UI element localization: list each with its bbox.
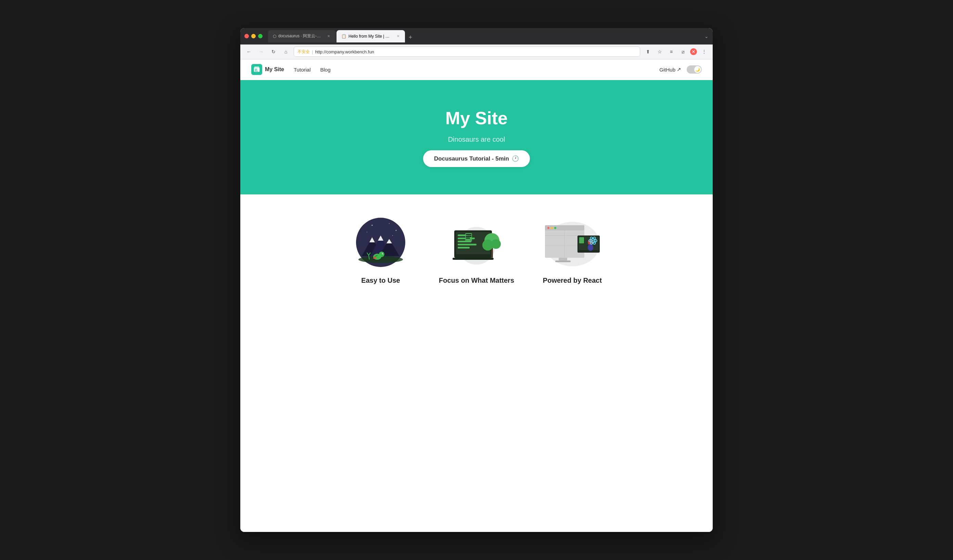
hero-section: My Site Dinosaurs are cool Docusaurus Tu… <box>240 80 713 194</box>
svg-point-20 <box>379 251 385 257</box>
svg-point-22 <box>383 253 383 254</box>
refresh-button[interactable]: ↻ <box>269 47 278 56</box>
feature-illustration-focus <box>442 215 511 270</box>
svg-point-10 <box>366 232 367 233</box>
close-traffic-light[interactable] <box>244 34 249 38</box>
site-name: My Site <box>265 67 284 73</box>
traffic-lights <box>244 34 262 38</box>
github-label: GitHub <box>659 67 675 73</box>
maximize-traffic-light[interactable] <box>258 34 262 38</box>
svg-point-8 <box>389 223 390 224</box>
tutorial-button[interactable]: Docusaurus Tutorial - 5min 🕐 <box>423 150 530 167</box>
tab-mysite[interactable]: 📋 Hello from My Site | My Site ✕ <box>337 30 405 42</box>
svg-point-48 <box>547 227 549 229</box>
svg-point-7 <box>372 225 373 226</box>
svg-rect-4 <box>255 70 257 70</box>
svg-point-49 <box>551 227 553 229</box>
back-button[interactable]: ← <box>244 47 253 56</box>
nav-tutorial[interactable]: Tutorial <box>294 67 310 73</box>
docusaurus-tab-icon: ⬡ <box>273 34 276 39</box>
svg-rect-58 <box>579 237 584 244</box>
feature-card-react: Powered by React <box>535 215 610 284</box>
security-warning: 不安全 <box>298 49 310 55</box>
features-section: Easy to Use <box>240 194 713 291</box>
svg-point-9 <box>396 230 397 231</box>
tutorial-button-label: Docusaurus Tutorial - 5min <box>434 155 509 162</box>
new-tab-button[interactable]: + <box>406 33 415 42</box>
svg-rect-34 <box>458 244 476 245</box>
svg-rect-54 <box>559 258 567 261</box>
browser-window: ⬡ docusaurus · 阿里云-云开发平... ✕ 📋 Hello fro… <box>240 28 713 532</box>
svg-rect-5 <box>255 71 258 71</box>
browser-close-button[interactable]: ✕ <box>690 48 697 55</box>
svg-rect-44 <box>453 258 494 260</box>
svg-point-11 <box>392 235 393 236</box>
site-nav-right: GitHub ↗ 🌙 <box>659 65 702 74</box>
feature-title-focus: Focus on What Matters <box>439 276 514 284</box>
dark-mode-toggle[interactable]: 🌙 <box>687 65 702 74</box>
easy-to-use-svg <box>348 215 413 270</box>
svg-point-43 <box>491 239 501 249</box>
feature-illustration-easy <box>346 215 415 270</box>
mysite-tab-label: Hello from My Site | My Site <box>348 34 393 39</box>
hero-title: My Site <box>445 107 508 129</box>
focus-svg <box>444 215 509 270</box>
mysite-tab-close[interactable]: ✕ <box>396 34 400 39</box>
mysite-tab-icon: 📋 <box>341 34 346 39</box>
extensions-icon[interactable]: ⧄ <box>678 47 688 56</box>
logo-svg <box>253 66 261 73</box>
url-bar[interactable]: 不安全 | http://company.workbench.fun <box>294 47 640 57</box>
page-content: My Site Tutorial Blog GitHub ↗ 🌙 My Site… <box>240 60 713 532</box>
feature-illustration-react <box>538 215 607 270</box>
svg-rect-39 <box>466 237 470 239</box>
bookmark-icon[interactable]: ☆ <box>655 47 664 56</box>
url-separator: | <box>312 49 313 54</box>
feature-card-easy: Easy to Use <box>343 215 418 284</box>
react-svg <box>540 215 605 270</box>
url-text: http://company.workbench.fun <box>315 49 374 54</box>
nav-blog[interactable]: Blog <box>320 67 330 73</box>
tab-docusaurus[interactable]: ⬡ docusaurus · 阿里云-云开发平... ✕ <box>268 30 336 42</box>
docusaurus-tab-close[interactable]: ✕ <box>326 34 331 39</box>
toolbar-right: ⬆ ☆ ≡ ⧄ ✕ ⋮ <box>644 47 709 56</box>
tabs-expand-icon[interactable]: ⌄ <box>705 34 709 39</box>
reader-icon[interactable]: ≡ <box>667 47 676 56</box>
toggle-knob: 🌙 <box>694 66 701 73</box>
feature-title-easy: Easy to Use <box>361 276 400 284</box>
clock-icon: 🕐 <box>512 155 519 162</box>
svg-point-64 <box>592 240 594 242</box>
share-icon[interactable]: ⬆ <box>644 47 652 56</box>
svg-rect-3 <box>255 69 258 70</box>
svg-point-60 <box>588 244 593 251</box>
svg-rect-37 <box>466 234 471 235</box>
svg-rect-55 <box>555 261 571 262</box>
forward-button[interactable]: → <box>257 47 265 56</box>
address-bar: ← → ↻ ⌂ 不安全 | http://company.workbench.f… <box>240 45 713 60</box>
external-link-icon: ↗ <box>677 67 681 73</box>
svg-rect-35 <box>458 247 470 248</box>
feature-title-react: Powered by React <box>543 276 602 284</box>
tabs-area: ⬡ docusaurus · 阿里云-云开发平... ✕ 📋 Hello fro… <box>268 30 702 42</box>
github-link[interactable]: GitHub ↗ <box>659 67 681 73</box>
home-button[interactable]: ⌂ <box>281 47 290 56</box>
site-logo-icon <box>251 64 262 75</box>
docusaurus-tab-label: docusaurus · 阿里云-云开发平... <box>278 33 323 39</box>
site-logo[interactable]: My Site <box>251 64 284 75</box>
menu-icon[interactable]: ⋮ <box>700 47 709 56</box>
site-nav-links: Tutorial Blog <box>294 67 331 73</box>
svg-point-50 <box>554 227 556 229</box>
feature-card-focus: Focus on What Matters <box>439 215 514 284</box>
title-bar: ⬡ docusaurus · 阿里云-云开发平... ✕ 📋 Hello fro… <box>240 28 713 45</box>
hero-subtitle: Dinosaurs are cool <box>448 135 505 143</box>
svg-rect-38 <box>466 236 471 237</box>
site-navbar: My Site Tutorial Blog GitHub ↗ 🌙 <box>240 60 713 80</box>
minimize-traffic-light[interactable] <box>251 34 256 38</box>
